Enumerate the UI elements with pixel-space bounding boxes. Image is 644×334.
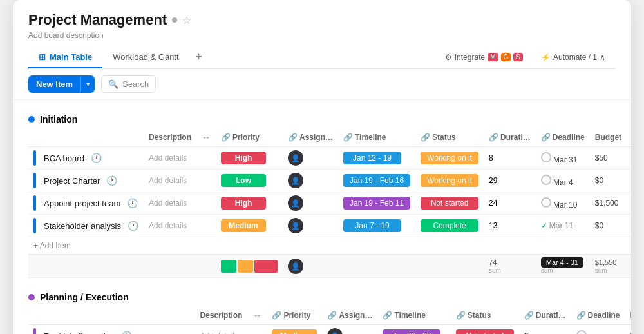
group-label-initiation: Initiation — [40, 114, 77, 124]
row-timeline[interactable]: Jan 12 - 19 — [338, 147, 415, 170]
summary-duration: 74 sum — [484, 255, 536, 278]
col-name-p — [28, 306, 194, 325]
row-arrows-cell — [196, 170, 216, 192]
col-timeline-p: 🔗Timeline — [377, 306, 450, 325]
status-badge[interactable]: Working on it — [421, 152, 478, 164]
row-description[interactable]: Add details — [144, 215, 196, 237]
row-arrows-cell — [196, 192, 216, 215]
tab-main-table[interactable]: ⊞ Main Table — [28, 47, 102, 68]
row-arrows-cell — [196, 215, 216, 237]
timeline-badge[interactable]: Jan 7 - 19 — [343, 219, 401, 232]
row-deadline[interactable]: Mar 31 — [536, 147, 590, 170]
new-item-button[interactable]: New Item ▾ — [28, 75, 95, 93]
row-time-icon: 🕐 — [121, 331, 132, 334]
row-status[interactable]: Complete — [415, 215, 484, 237]
row-deadline[interactable]: Mar 4 — [536, 170, 590, 192]
row-priority[interactable]: Medium — [216, 215, 283, 237]
row-duration: 29 — [484, 170, 536, 192]
group-header-planning: Planning / Execution — [28, 288, 616, 306]
row-timeline[interactable]: Jan 20 - 28 — [377, 325, 450, 335]
row-assign[interactable]: 👤 — [283, 170, 338, 192]
col-description: Description — [144, 128, 196, 147]
board-subtitle[interactable]: Add board description — [28, 31, 616, 40]
group-planning: Planning / Execution Description ↔ 🔗Prio… — [28, 288, 616, 334]
priority-badge[interactable]: High — [221, 152, 266, 164]
tab-workload-gantt[interactable]: Workload & Gantt — [102, 47, 189, 68]
row-item-name: Project Charter 🕐 — [28, 170, 144, 192]
summary-deliverables — [627, 255, 631, 278]
status-badge[interactable]: Not started — [421, 197, 478, 210]
add-tab-button[interactable]: + — [189, 46, 209, 68]
timeline-badge[interactable]: Jan 19 - Feb 11 — [343, 197, 410, 210]
chevron-up-icon: ∧ — [600, 53, 605, 62]
col-status-p: 🔗Status — [451, 306, 519, 325]
table-row: Stakeholder analysis 🕐 Add details Mediu… — [28, 215, 631, 237]
row-priority[interactable]: Medium — [267, 325, 322, 335]
star-icon[interactable]: ☆ — [182, 14, 191, 26]
priority-badge[interactable]: Low — [221, 174, 266, 187]
deadline-radio[interactable] — [541, 152, 551, 162]
status-badge[interactable]: Not started — [456, 329, 514, 334]
row-assign[interactable]: 👤 — [283, 215, 338, 237]
add-item-label[interactable]: + Add Item — [28, 237, 631, 255]
deadline-radio[interactable] — [541, 197, 551, 208]
row-timeline[interactable]: Jan 19 - Feb 11 — [338, 192, 415, 215]
automate-button[interactable]: ⚡ Automate / 1 ∧ — [536, 50, 611, 64]
search-box[interactable]: 🔍 Search — [101, 75, 156, 93]
row-status[interactable]: Working on it — [415, 147, 484, 170]
row-assign[interactable]: 👤 — [283, 147, 338, 170]
avatar: 👤 — [288, 150, 303, 166]
col-duration-p: 🔗Durati… — [519, 306, 571, 325]
row-deliverables — [627, 170, 631, 192]
row-color-bar — [33, 218, 36, 233]
timeline-badge[interactable]: Jan 12 - 19 — [343, 152, 401, 164]
item-name: Project Charter — [44, 176, 100, 186]
row-description[interactable]: Add details — [144, 147, 196, 170]
row-description[interactable]: Add details — [144, 170, 196, 192]
row-timeline[interactable]: Jan 19 - Feb 16 — [338, 170, 415, 192]
row-deadline[interactable]: ✓Mar 11 — [536, 215, 590, 237]
header: Project Management ☆ Add board descripti… — [13, 0, 631, 69]
row-duration: 9 — [519, 325, 571, 335]
item-name: Stakeholder analysis — [44, 221, 121, 231]
row-status[interactable]: Not started — [451, 325, 519, 335]
item-name: Pre kickoff meeting — [44, 331, 115, 335]
row-deliverables — [627, 147, 631, 170]
page-title: Project Management — [28, 12, 167, 28]
row-priority[interactable]: High — [216, 147, 283, 170]
add-item-row-initiation[interactable]: + Add Item — [28, 237, 631, 255]
priority-badge[interactable]: Medium — [221, 219, 266, 232]
title-row: Project Management ☆ — [28, 12, 616, 28]
row-deadline[interactable]: Feb 25 — [571, 325, 625, 335]
timeline-badge[interactable]: Jan 20 - 28 — [383, 329, 440, 334]
deadline-radio[interactable] — [576, 330, 587, 335]
row-deadline[interactable]: Mar 10 — [536, 192, 590, 215]
row-status[interactable]: Not started — [415, 192, 484, 215]
new-item-dropdown-arrow[interactable]: ▾ — [80, 77, 95, 92]
row-status[interactable]: Working on it — [415, 170, 484, 192]
row-description[interactable]: Add details — [194, 325, 247, 335]
row-priority[interactable]: Low — [216, 170, 283, 192]
row-priority[interactable]: High — [216, 192, 283, 215]
row-assign[interactable]: 👤 — [283, 192, 338, 215]
avatar: 👤 — [288, 218, 303, 233]
row-timeline[interactable]: Jan 7 - 19 — [338, 215, 415, 237]
col-budget-p: Budget — [625, 306, 631, 325]
row-time-icon: 🕐 — [127, 198, 138, 208]
status-badge[interactable]: Complete — [421, 219, 478, 232]
table-row: Appoint project team 🕐 Add details High … — [28, 192, 631, 215]
status-badge[interactable]: Working on it — [421, 174, 478, 187]
deadline-radio[interactable] — [541, 175, 551, 185]
group-header-initiation: Initiation — [28, 110, 616, 128]
summary-deadline-range: Mar 4 - 31 — [541, 257, 583, 268]
row-color-bar — [33, 195, 36, 211]
row-description[interactable]: Add details — [144, 192, 196, 215]
priority-badge[interactable]: Medium — [272, 329, 317, 334]
col-deadline-p: 🔗Deadline — [571, 306, 625, 325]
timeline-badge[interactable]: Jan 19 - Feb 16 — [343, 174, 410, 187]
col-status: 🔗Status — [415, 128, 484, 147]
priority-badge[interactable]: High — [221, 197, 266, 210]
integrate-button[interactable]: ⚙ Integrate M G S — [440, 50, 528, 64]
row-assign[interactable]: 👤 — [322, 325, 377, 335]
col-deadline: 🔗Deadline — [536, 128, 590, 147]
